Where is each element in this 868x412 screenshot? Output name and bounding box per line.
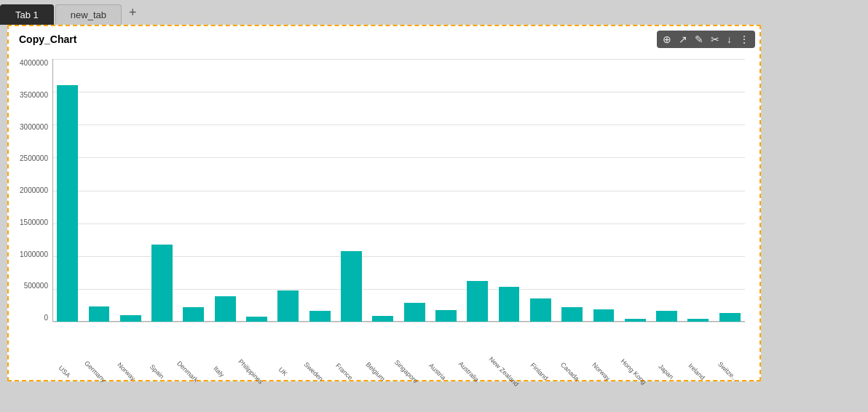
bar-japan[interactable] <box>656 311 677 322</box>
x-label-finland: Finland <box>526 359 553 385</box>
x-label-hong-kong: Hong Kong <box>620 357 648 386</box>
bar-group <box>116 59 146 322</box>
x-label-belgium: Belgium <box>363 359 389 385</box>
bar-canada[interactable] <box>561 307 583 322</box>
bar-group <box>336 59 366 322</box>
y-label-1500000: 1500000 <box>20 218 51 226</box>
x-label-australia: Australia <box>455 359 481 385</box>
x-label-spain: Spain <box>144 359 170 385</box>
y-label-0: 0 <box>44 314 51 322</box>
x-label-norway: Norway <box>588 359 614 385</box>
main-area: Copy_Chart ⊕ ↗ ✎ ✂ ↓ ⋮ 4000000 3500000 3… <box>0 25 868 412</box>
bar-group <box>715 59 745 322</box>
x-label-denmark: Denmark <box>175 359 201 385</box>
x-label-france: France <box>331 359 358 385</box>
x-label-canada: Canada <box>557 359 583 385</box>
bar-group <box>52 59 82 322</box>
bar-group <box>147 59 177 322</box>
bar-group <box>399 59 429 322</box>
x-label-austria: Austria <box>425 359 451 385</box>
bar-group <box>683 59 713 322</box>
download-icon[interactable]: ↓ <box>727 33 732 45</box>
x-label-usa: USA <box>52 359 78 385</box>
bar-austria[interactable] <box>435 310 457 322</box>
y-label-4000000: 4000000 <box>20 59 51 67</box>
x-label-germany: Germany <box>82 359 108 385</box>
bar-italy[interactable] <box>215 296 236 322</box>
bar-group <box>84 59 114 322</box>
bar-group <box>431 59 461 322</box>
chart-container: Copy_Chart ⊕ ↗ ✎ ✂ ↓ ⋮ 4000000 3500000 3… <box>7 25 761 381</box>
bar-group <box>588 59 618 322</box>
x-label-ireland: Ireland <box>684 359 710 385</box>
y-label-2000000: 2000000 <box>20 186 51 194</box>
y-label-2500000: 2500000 <box>20 154 51 162</box>
x-label-italy: Italy <box>206 359 232 385</box>
bar-group <box>620 59 650 322</box>
bar-group <box>557 59 587 322</box>
bar-philippines[interactable] <box>246 317 267 322</box>
bar-group <box>178 59 208 322</box>
bar-norway[interactable] <box>120 315 141 322</box>
grid-line-8 <box>52 322 745 322</box>
cut-icon[interactable]: ✂ <box>711 33 719 45</box>
bar-australia[interactable] <box>467 281 488 322</box>
y-label-3500000: 3500000 <box>20 91 51 99</box>
y-label-1000000: 1000000 <box>20 250 51 258</box>
bar-group <box>462 59 492 322</box>
bar-group <box>368 59 398 322</box>
x-label-japan: Japan <box>653 359 679 385</box>
bar-group <box>652 59 682 322</box>
bars-wrapper <box>52 59 745 322</box>
x-label-philippines: Philippines <box>237 358 264 386</box>
bar-switze...[interactable] <box>719 313 741 322</box>
x-label-switze...: Switze... <box>715 359 741 385</box>
y-label-500000: 500000 <box>24 282 51 290</box>
tab-1[interactable]: Tab 1 <box>0 4 54 25</box>
bar-germany[interactable] <box>89 306 110 322</box>
x-label-norway: Norway <box>114 359 140 385</box>
bar-belgium[interactable] <box>372 316 393 322</box>
edit-icon[interactable]: ✎ <box>695 33 703 45</box>
y-label-3000000: 3000000 <box>20 123 51 131</box>
bar-spain[interactable] <box>151 245 173 322</box>
chart-area: 4000000 3500000 3000000 2500000 2000000 … <box>52 59 745 322</box>
tab-bar: Tab 1 new_tab + <box>0 0 868 25</box>
bar-group <box>494 59 524 322</box>
x-label-new-zealand: New Zealand <box>488 355 521 388</box>
move-icon[interactable]: ⊕ <box>663 33 671 45</box>
bar-group <box>210 59 240 322</box>
more-icon[interactable]: ⋮ <box>739 33 749 45</box>
chart-title: Copy_Chart <box>19 33 76 45</box>
link-icon[interactable]: ↗ <box>679 33 687 45</box>
bar-group <box>526 59 556 322</box>
bar-group <box>242 59 272 322</box>
bar-norway[interactable] <box>593 309 615 322</box>
bar-new-zealand[interactable] <box>499 287 520 322</box>
bar-group <box>273 59 303 322</box>
add-tab-button[interactable]: + <box>123 0 143 25</box>
bar-denmark[interactable] <box>183 307 204 322</box>
x-labels: USAGermanyNorwaySpainDenmarkItalyPhilipp… <box>52 366 745 376</box>
bar-hong-kong[interactable] <box>625 319 646 322</box>
bar-singapore[interactable] <box>404 303 425 322</box>
tab-new[interactable]: new_tab <box>55 4 122 25</box>
bar-usa[interactable] <box>57 85 78 322</box>
bar-france[interactable] <box>341 251 362 322</box>
bar-sweden[interactable] <box>309 311 331 322</box>
x-label-singapore: Singapore <box>393 358 419 384</box>
y-axis: 4000000 3500000 3000000 2500000 2000000 … <box>9 59 51 322</box>
chart-toolbar: ⊕ ↗ ✎ ✂ ↓ ⋮ <box>657 31 755 48</box>
x-label-sweden: Sweden <box>301 359 327 385</box>
bar-uk[interactable] <box>277 290 299 322</box>
x-label-uk: UK <box>270 359 296 385</box>
bar-finland[interactable] <box>530 298 551 322</box>
bar-group <box>305 59 335 322</box>
bar-ireland[interactable] <box>687 319 709 322</box>
